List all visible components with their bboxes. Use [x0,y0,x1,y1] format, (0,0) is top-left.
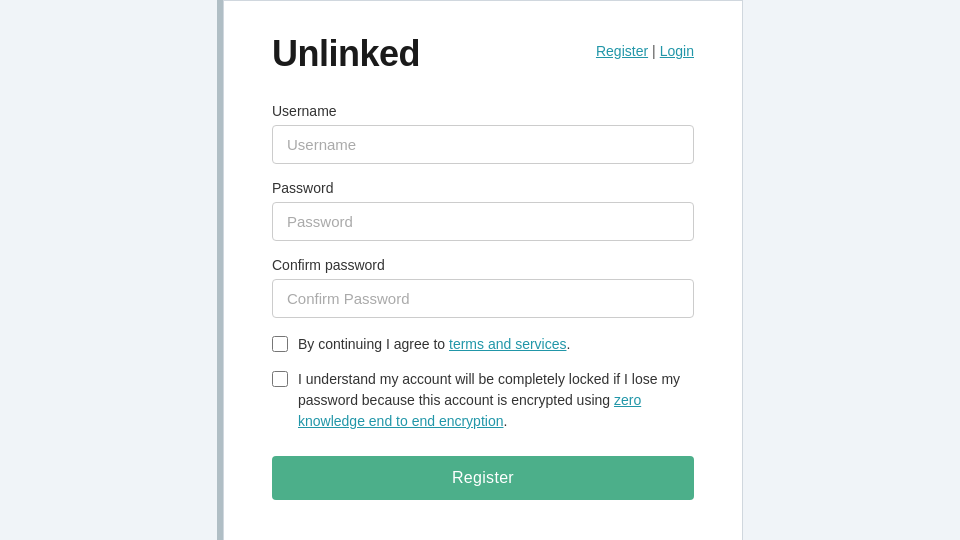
terms-label: By continuing I agree to terms and servi… [298,334,570,355]
nav-links: Register | Login [596,43,694,59]
terms-checkbox-group: By continuing I agree to terms and servi… [272,334,694,355]
username-group: Username [272,103,694,164]
page-container: Unlinked Register | Login Username Passw… [0,0,960,540]
encryption-checkbox[interactable] [272,371,288,387]
username-input[interactable] [272,125,694,164]
encryption-checkbox-group: I understand my account will be complete… [272,369,694,432]
encryption-label: I understand my account will be complete… [298,369,694,432]
terms-text-before: By continuing I agree to [298,336,449,352]
password-input[interactable] [272,202,694,241]
password-label: Password [272,180,694,196]
terms-link[interactable]: terms and services [449,336,566,352]
terms-text-after: . [566,336,570,352]
register-button[interactable]: Register [272,456,694,500]
registration-card: Unlinked Register | Login Username Passw… [223,0,743,540]
confirm-password-group: Confirm password [272,257,694,318]
confirm-password-label: Confirm password [272,257,694,273]
login-link[interactable]: Login [660,43,694,59]
register-link[interactable]: Register [596,43,648,59]
terms-checkbox[interactable] [272,336,288,352]
encryption-text-after: . [503,413,507,429]
app-title: Unlinked [272,33,420,75]
card-header: Unlinked Register | Login [272,33,694,75]
nav-separator: | [652,43,656,59]
username-label: Username [272,103,694,119]
password-group: Password [272,180,694,241]
confirm-password-input[interactable] [272,279,694,318]
